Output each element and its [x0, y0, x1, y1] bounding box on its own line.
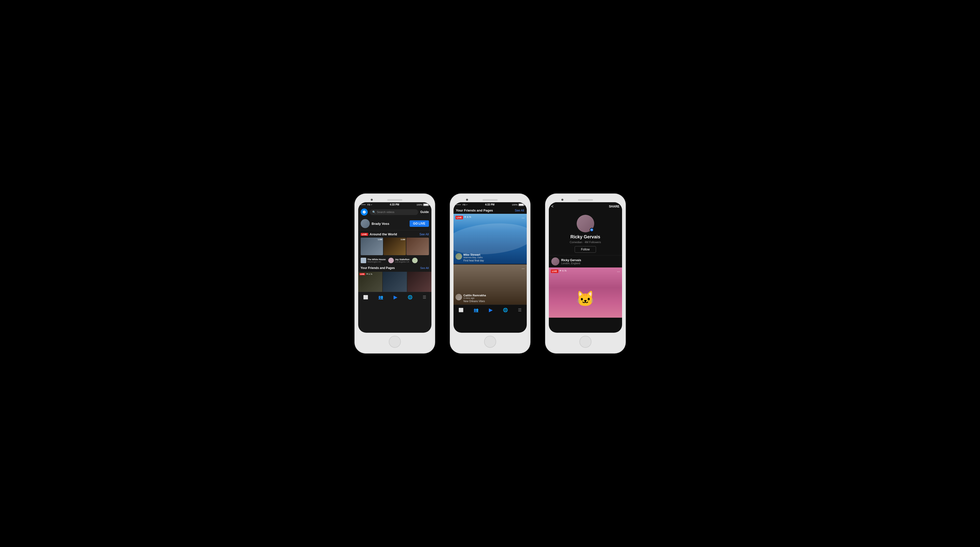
phone-3-bottom: [549, 333, 622, 350]
mvc-text-1: Caitlin Ramrakha 3 mins ago New Orleans …: [463, 294, 486, 303]
bottom-nav-1: ⬜ 👥 ▶ 🌐 ☰: [358, 292, 431, 302]
search-icon-1: 🔍: [372, 211, 376, 214]
nav-globe-2[interactable]: 🌐: [503, 308, 508, 313]
jay-thumb: [388, 258, 394, 263]
home-button-2[interactable]: [484, 336, 496, 348]
lvc-info-1: Mike Stewart Waimea Bay, Oahu First heat…: [455, 253, 484, 262]
nav-menu-2[interactable]: ☰: [518, 308, 522, 313]
nav-menu-1[interactable]: ☰: [423, 295, 426, 300]
phone-2-top: [453, 197, 527, 202]
bottom-users-row: The White House Washington DC Jay Stakel…: [358, 257, 431, 264]
around-world-header: LIVE Around the World See All: [358, 230, 431, 238]
p3-more-btn[interactable]: ···: [617, 270, 620, 273]
jay-name: Jay Stakelton: [395, 258, 410, 261]
camera-dot-1: [371, 199, 373, 201]
video-grid-1: 1.6M 3.6M: [358, 238, 431, 257]
video-thumb-2[interactable]: 3.6M: [383, 238, 406, 255]
carrier-2: FB: [463, 204, 466, 206]
lvc-caption-1: First heat final day: [463, 259, 484, 262]
phone-3-screen: < SHARE FB Ricky Gervais Comedian · 4M: [549, 202, 622, 333]
back-button-3[interactable]: <: [551, 204, 554, 209]
phone2-header: Your Friends and Pages See All: [453, 207, 527, 214]
p3-views: 👁 8.7k: [559, 270, 566, 272]
video-thumb-3[interactable]: [406, 238, 429, 255]
battery-label-2: 100%: [512, 204, 517, 206]
nav-video-1[interactable]: ▶: [393, 294, 397, 300]
search-bar-1[interactable]: 🔍 Search videos: [370, 209, 418, 215]
friends-see-all-1[interactable]: See All: [420, 266, 429, 270]
user3-thumb: [412, 258, 418, 263]
whitehouse-thumb: [361, 258, 366, 263]
follow-button-ricky[interactable]: Follow: [575, 246, 596, 253]
status-right-1: 100%: [416, 204, 429, 206]
profile-section-3: FB Ricky Gervais Comedian · 4M Followers…: [549, 211, 622, 255]
bottom-user-whitehouse: The White House Washington DC: [361, 258, 386, 263]
lvc-name-1: Mike Stewart: [463, 253, 484, 256]
profile-avatar-wrap: FB: [577, 215, 594, 232]
carrier-1: FB: [367, 204, 370, 206]
section-label-around: Around the World: [370, 232, 397, 236]
profile-subtitle-ricky: Comedian · 4M Followers: [570, 241, 601, 244]
bottom-user-3: [412, 258, 418, 263]
poster-info-3: Ricky Gervais London, England: [562, 258, 581, 265]
video-card-street[interactable]: ··· Caitlin Ramrakha 3 mins ago New Orle…: [453, 265, 527, 305]
friends-preview-strip[interactable]: LIVE 👁 8.7k: [358, 272, 431, 292]
lvc-text-1: Mike Stewart Waimea Bay, Oahu First heat…: [463, 253, 484, 262]
nav-video-2[interactable]: ▶: [489, 307, 493, 313]
p2-see-all[interactable]: See All: [515, 209, 524, 212]
home-button-1[interactable]: [389, 336, 401, 348]
profile-name-ricky: Ricky Gervais: [570, 234, 600, 240]
p2-title: Your Friends and Pages: [456, 209, 493, 212]
phone-1-screen: ••••• FB ⌐ 4:33 PM 100%: [358, 202, 431, 333]
camera-dot-3: [562, 199, 563, 201]
status-bar-2: ••••• FB ⌐ 4:33 PM 100%: [453, 202, 527, 207]
mike-stewart-avatar: [455, 253, 462, 260]
go-live-button[interactable]: GO LIVE: [410, 220, 429, 227]
signal-2: •••••: [456, 204, 461, 206]
preview-thumb-2: [382, 272, 407, 292]
lvc-loc-1: Waimea Bay, Oahu: [463, 256, 484, 259]
share-button-3[interactable]: SHARE: [609, 205, 619, 208]
preview-view-count: 8.7k: [369, 273, 372, 275]
nav-globe-1[interactable]: 🌐: [407, 295, 413, 300]
battery-fill-2: [519, 204, 523, 206]
nav-news-1[interactable]: ⬜: [363, 295, 368, 300]
phone-2-screen: ••••• FB ⌐ 4:33 PM 100% Your Friends and…: [453, 202, 527, 333]
eye-icon-preview: 👁: [366, 273, 368, 275]
mvc-more-1[interactable]: ···: [522, 266, 525, 271]
guide-button[interactable]: Guide: [420, 210, 429, 214]
whitehouse-info: The White House Washington DC: [368, 258, 386, 263]
phone-1: ••••• FB ⌐ 4:33 PM 100%: [355, 194, 435, 353]
battery-icon-2: [519, 204, 524, 206]
cat-background: [549, 268, 622, 318]
see-all-around[interactable]: See All: [419, 233, 429, 236]
messenger-icon[interactable]: [361, 209, 368, 215]
p3-view-count: 8.7k: [562, 270, 566, 272]
nav-friends-2[interactable]: 👥: [474, 308, 479, 313]
time-2: 4:33 PM: [485, 203, 495, 206]
home-button-3[interactable]: [579, 336, 592, 348]
battery-icon-1: [423, 204, 429, 206]
lvc-views-1: 👁 8.7k: [464, 216, 471, 218]
friends-pages-header-1: Your Friends and Pages See All: [358, 264, 431, 272]
p3-live-badge: LIVE: [551, 270, 558, 273]
camera-dot-2: [466, 199, 468, 201]
status-left-1: ••••• FB ⌐: [361, 203, 372, 206]
thumb-count-1: 1.6M: [378, 238, 382, 241]
jay-info: Jay Stakelton Los Angeles CA: [395, 258, 410, 263]
wifi-icon-2: ⌐: [466, 203, 468, 206]
video-thumb-1[interactable]: 1.6M: [361, 238, 383, 255]
speaker-2: [483, 199, 498, 201]
video-card-waves[interactable]: LIVE 👁 8.7k ··· Mike Stewart Waimea Bay,…: [453, 214, 527, 264]
nav-news-2[interactable]: ⬜: [458, 308, 463, 313]
phone3-header: < SHARE: [549, 202, 622, 211]
user-name-brady: Brady Voss: [372, 222, 407, 226]
preview-live-badge: LIVE: [360, 273, 366, 275]
jay-loc: Los Angeles CA: [395, 261, 410, 263]
friends-title-1: Your Friends and Pages: [361, 266, 395, 270]
lvc-more-1[interactable]: ···: [522, 216, 525, 220]
video-cat-3[interactable]: LIVE 👁 8.7k ···: [549, 268, 622, 318]
phone-2: ••••• FB ⌐ 4:33 PM 100% Your Friends and…: [450, 194, 530, 353]
nav-friends-1[interactable]: 👥: [378, 295, 383, 300]
battery-fill-1: [424, 204, 428, 206]
